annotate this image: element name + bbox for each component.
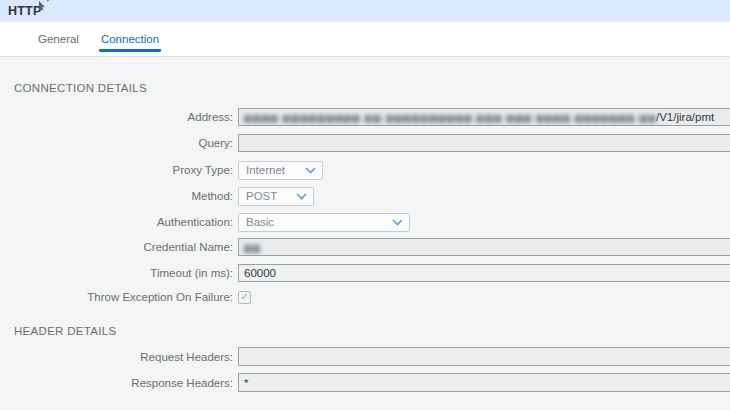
tab-general[interactable]: General [38, 22, 79, 56]
form-row-response-headers: Response Headers: * [0, 373, 730, 392]
tab-bar: General Connection [0, 22, 730, 57]
proxy-type-select[interactable]: Internet [238, 161, 323, 180]
authentication-label: Authentication: [0, 216, 233, 228]
mouse-cursor-icon [36, 0, 50, 10]
header-details-form: Request Headers: Response Headers: * [0, 347, 730, 392]
form-row-throw-exception: Throw Exception On Failure: ✓ [0, 290, 730, 304]
tab-connection-label: Connection [101, 33, 159, 45]
proxy-type-label: Proxy Type: [0, 164, 233, 176]
chevron-down-icon [296, 193, 307, 200]
authentication-selected-value: Basic [246, 216, 274, 228]
tab-connection[interactable]: Connection [101, 22, 159, 56]
form-row-query: Query: [0, 134, 730, 152]
connection-form-panel: CONNECTION DETAILS Address: ▆▆▆▆ ▆▆▆▆▆▆▆… [0, 57, 730, 410]
response-headers-input[interactable]: * [238, 373, 730, 392]
form-row-authentication: Authentication: Basic [0, 212, 730, 230]
connection-details-form: Address: ▆▆▆▆ ▆▆▆▆▆▆▆▆▆ ▆▆ ▆▆▆▆▆▆▆▆▆▆ ▆▆… [0, 108, 730, 304]
form-row-method: Method: POST [0, 186, 730, 204]
method-select[interactable]: POST [238, 187, 314, 206]
address-redacted-value: ▆▆▆▆ ▆▆▆▆▆▆▆▆▆ ▆▆ ▆▆▆▆▆▆▆▆▆▆ ▆▆▆ ▆▆▆ ▆▆▆… [244, 112, 656, 123]
credential-name-redacted-value: ▆▆▆ [244, 242, 260, 253]
section-title-header-details: HEADER DETAILS [14, 324, 730, 338]
throw-exception-label: Throw Exception On Failure: [0, 291, 233, 303]
response-headers-value: * [244, 377, 248, 389]
form-row-request-headers: Request Headers: [0, 347, 730, 366]
credential-name-input[interactable]: ▆▆▆ [238, 238, 730, 256]
section-title-connection-details: CONNECTION DETAILS [14, 81, 730, 95]
timeout-value: 60000 [244, 267, 276, 279]
form-row-timeout: Timeout (in ms): 60000 [0, 264, 730, 282]
proxy-type-selected-value: Internet [246, 164, 285, 176]
credential-name-label: Credential Name: [0, 241, 233, 253]
method-label: Method: [0, 190, 233, 202]
address-visible-suffix: /V1/jira/pmt [656, 111, 714, 123]
address-label: Address: [0, 111, 233, 123]
title-band: HTTP [0, 0, 730, 22]
response-headers-label: Response Headers: [0, 377, 233, 389]
chevron-down-icon [305, 167, 316, 174]
timeout-label: Timeout (in ms): [0, 267, 233, 279]
query-input[interactable] [238, 134, 730, 152]
chevron-down-icon [392, 219, 403, 226]
tab-general-label: General [38, 33, 79, 45]
active-tab-underline [99, 49, 161, 52]
form-row-credential-name: Credential Name: ▆▆▆ [0, 238, 730, 256]
form-row-proxy-type: Proxy Type: Internet [0, 160, 730, 178]
request-headers-input[interactable] [238, 347, 730, 366]
http-adapter-config-page: { "window": { "title": "HTTP" }, "tabs":… [0, 0, 730, 410]
request-headers-label: Request Headers: [0, 351, 233, 363]
query-label: Query: [0, 137, 233, 149]
authentication-select[interactable]: Basic [238, 213, 410, 232]
checkmark-icon: ✓ [240, 292, 248, 302]
address-input[interactable]: ▆▆▆▆ ▆▆▆▆▆▆▆▆▆ ▆▆ ▆▆▆▆▆▆▆▆▆▆ ▆▆▆ ▆▆▆ ▆▆▆… [238, 108, 730, 126]
form-row-address: Address: ▆▆▆▆ ▆▆▆▆▆▆▆▆▆ ▆▆ ▆▆▆▆▆▆▆▆▆▆ ▆▆… [0, 108, 730, 126]
throw-exception-checkbox[interactable]: ✓ [238, 291, 251, 304]
timeout-input[interactable]: 60000 [238, 264, 730, 282]
method-selected-value: POST [246, 190, 277, 202]
